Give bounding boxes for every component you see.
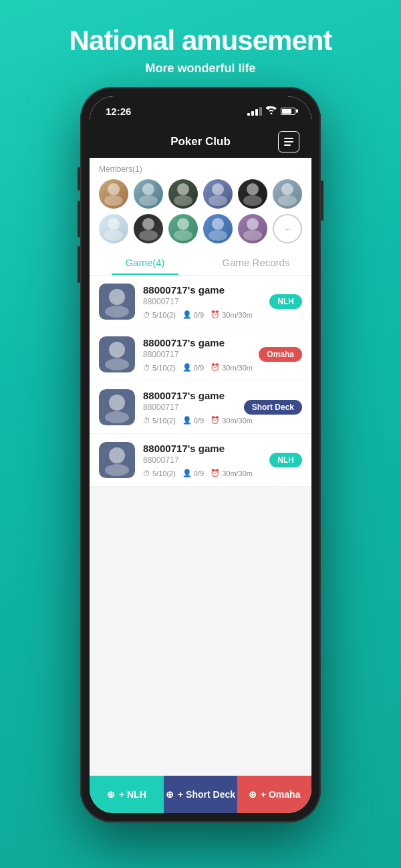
game-info: 88000717's game 88000717 ⏱ 5/10(2) 👤 0/9 [143,443,261,477]
member-avatar[interactable] [168,214,198,243]
svg-point-3 [139,195,158,206]
blinds-icon: ⏱ [143,311,150,319]
meta-time: ⏰ 30m/30m [211,469,253,477]
game-item[interactable]: 88000717's game 88000717 ⏱ 5/10(2) 👤 0/9 [90,434,311,487]
svg-point-33 [105,464,129,476]
game-meta: ⏱ 5/10(2) 👤 0/9 ⏰ 30m/30m [143,416,236,425]
svg-point-14 [142,218,154,230]
tab-game[interactable]: Game(4) [90,249,200,275]
meta-blinds: ⏱ 5/10(2) [143,417,176,425]
game-info: 88000717's game 88000717 ⏱ 5/10(2) 👤 0/9 [143,390,236,425]
meta-blinds: ⏱ 5/10(2) [143,364,176,372]
meta-players: 👤 0/9 [182,363,204,372]
svg-point-16 [177,218,189,230]
meta-players: 👤 0/9 [182,416,204,425]
game-item[interactable]: 88000717's game 88000717 ⏱ 5/10(2) 👤 0/9 [90,328,311,381]
member-avatar[interactable] [203,214,233,243]
svg-point-6 [212,183,224,195]
svg-point-24 [105,306,129,318]
svg-point-21 [243,230,262,241]
players-icon: 👤 [182,416,192,425]
game-avatar [99,389,135,425]
meta-players: 👤 0/9 [182,469,204,477]
more-members-button[interactable]: ··· [273,214,302,243]
svg-point-8 [247,183,259,195]
meta-blinds: ⏱ 5/10(2) [143,311,176,319]
members-label: Members(1) [99,165,302,174]
svg-point-20 [247,218,259,230]
blinds-icon: ⏱ [143,469,150,477]
game-name: 88000717's game [143,284,261,296]
svg-point-17 [174,230,192,241]
member-avatar[interactable] [168,179,198,209]
nav-bar: Poker Club [90,126,311,158]
member-avatar[interactable] [134,214,163,243]
svg-point-2 [142,183,154,195]
page-title: National amusement [0,25,401,56]
game-badge: Short Deck [244,400,302,415]
game-info: 88000717's game 88000717 ⏱ 5/10(2) 👤 0/9 [143,337,251,372]
page-subtitle: More wonderful life [0,62,401,76]
menu-icon [284,138,293,146]
member-avatar[interactable] [273,179,302,209]
game-meta: ⏱ 5/10(2) 👤 0/9 ⏰ 30m/30m [143,363,251,372]
blinds-icon: ⏱ [143,364,150,372]
game-player-id: 88000717 [143,403,236,412]
clock-icon: ⏰ [211,416,220,425]
game-player-id: 88000717 [143,350,251,359]
meta-blinds: ⏱ 5/10(2) [143,469,176,477]
svg-point-1 [104,195,123,206]
svg-point-19 [209,230,227,241]
svg-point-10 [281,183,293,195]
clock-icon: ⏰ [211,363,220,372]
players-icon: 👤 [182,363,192,372]
game-name: 88000717's game [143,443,261,454]
svg-point-7 [209,195,227,206]
game-item[interactable]: 88000717's game 88000717 ⏱ 5/10(2) 👤 0/9 [90,276,311,328]
svg-point-32 [109,447,125,463]
nav-menu-button[interactable] [278,131,299,152]
battery-icon [281,108,295,115]
phone-device: 12:26 [80,87,321,823]
game-badge: NLH [269,294,302,309]
players-icon: 👤 [182,310,192,319]
game-name: 88000717's game [143,337,251,348]
svg-point-4 [177,183,189,195]
players-icon: 👤 [182,469,192,477]
svg-point-11 [278,195,297,206]
game-list: 88000717's game 88000717 ⏱ 5/10(2) 👤 0/9 [90,276,311,487]
member-avatar[interactable] [238,214,267,243]
add-omaha-button[interactable]: ⊕ + Omaha [237,776,311,813]
meta-time: ⏰ 30m/30m [211,416,253,425]
tabs-bar: Game(4) Game Records [90,249,311,276]
clock-icon: ⏰ [211,310,220,319]
member-avatar[interactable] [238,179,267,209]
svg-point-23 [109,289,125,305]
svg-point-0 [108,183,120,195]
meta-time: ⏰ 30m/30m [211,363,253,372]
game-badge: NLH [269,453,302,467]
tab-game-records[interactable]: Game Records [200,249,311,275]
svg-point-9 [243,195,262,206]
add-nlh-button[interactable]: ⊕ + NLH [90,776,164,813]
members-grid: ··· [99,179,302,243]
svg-point-30 [105,411,129,423]
member-avatar[interactable] [99,179,128,209]
svg-point-15 [139,230,158,241]
phone-screen: 12:26 [90,96,311,813]
member-avatar[interactable] [134,179,163,209]
add-shortdeck-button[interactable]: ⊕ + Short Deck [164,776,238,813]
clock-icon: ⏰ [211,469,220,477]
blinds-icon: ⏱ [143,417,150,425]
plus-icon: ⊕ [166,789,174,800]
game-avatar [99,442,135,478]
member-avatar[interactable] [99,214,128,243]
game-item[interactable]: 88000717's game 88000717 ⏱ 5/10(2) 👤 0/9 [90,381,311,434]
game-avatar [99,336,135,372]
bottom-action-bar: ⊕ + NLH ⊕ + Short Deck ⊕ + Omaha [90,776,311,813]
signal-icon [247,107,262,116]
game-player-id: 88000717 [143,297,261,306]
wifi-icon [266,106,277,116]
svg-point-12 [108,218,120,230]
member-avatar[interactable] [203,179,233,209]
